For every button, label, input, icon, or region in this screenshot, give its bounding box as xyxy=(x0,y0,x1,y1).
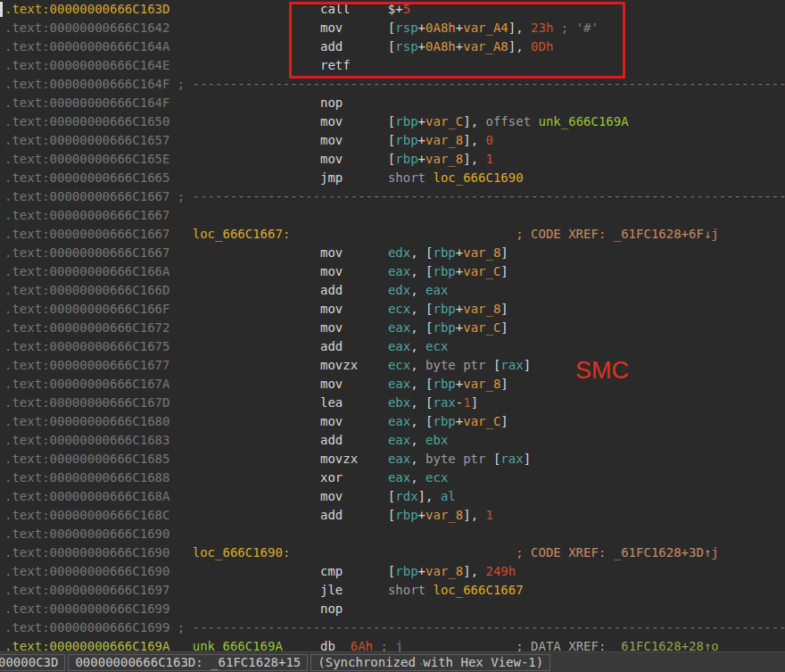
asm-token: .text:00000000666C1667 xyxy=(4,189,169,203)
asm-line[interactable]: .text:00000000666C1675 add eax, ecx xyxy=(4,337,785,356)
asm-token: + xyxy=(456,320,463,335)
asm-token: ecx xyxy=(426,470,448,485)
asm-token: .text:00000000666C1685 xyxy=(4,452,169,466)
asm-token: .text:00000000666C165E xyxy=(4,152,169,166)
asm-token: add [ xyxy=(169,508,395,522)
asm-token: .text:00000000666C164A xyxy=(4,39,169,54)
asm-line[interactable]: .text:00000000666C1683 add eax, ebx xyxy=(4,431,785,450)
asm-token: ], xyxy=(463,508,485,522)
asm-token: ; CODE XREF: _61FC1628+6F↓j xyxy=(290,227,718,241)
asm-token: .text:00000000666C1665 xyxy=(4,170,169,185)
asm-line[interactable]: .text:00000000666C1699 nop xyxy=(4,600,785,618)
asm-line[interactable]: .text:00000000666C1650 mov [rbp+var_C], … xyxy=(4,112,785,131)
asm-line[interactable]: .text:00000000666C166F mov ecx, [rbp+var… xyxy=(4,300,785,319)
asm-line[interactable]: .text:00000000666C167A mov eax, [rbp+var… xyxy=(4,375,785,394)
asm-token: ; '#' xyxy=(553,21,599,35)
asm-token xyxy=(169,227,192,241)
asm-token: 6Ah xyxy=(351,639,373,651)
asm-token: .text:00000000666C168C xyxy=(4,508,169,522)
asm-line[interactable]: .text:00000000666C163D call $+5 xyxy=(4,0,785,19)
asm-token: byte ptr xyxy=(426,358,493,372)
asm-line[interactable]: .text:00000000666C1690 xyxy=(4,525,785,543)
asm-token: 1 xyxy=(486,152,493,166)
asm-token: .text:00000000666C166F xyxy=(4,302,169,316)
asm-line[interactable]: .text:00000000666C1672 mov eax, [rbp+var… xyxy=(4,319,785,337)
asm-token: eax xyxy=(388,414,410,428)
asm-token: ] xyxy=(500,414,508,428)
asm-line[interactable]: .text:00000000666C1642 mov [rsp+0A8h+var… xyxy=(4,19,785,37)
asm-token: eax xyxy=(388,264,410,278)
asm-line[interactable]: .text:00000000666C168C add [rbp+var_8], … xyxy=(4,506,785,525)
asm-line[interactable]: .text:00000000666C1690 cmp [rbp+var_8], … xyxy=(4,562,785,581)
asm-line[interactable]: .text:00000000666C1680 mov eax, [rbp+var… xyxy=(4,412,785,431)
asm-token: ] xyxy=(500,245,508,260)
asm-line[interactable]: .text:00000000666C164F nop xyxy=(4,94,785,112)
asm-token: ], xyxy=(463,133,485,147)
asm-token: nop xyxy=(169,95,343,110)
status-file-offset: 00000C3D xyxy=(0,654,65,671)
asm-token: mov xyxy=(169,264,387,278)
asm-line[interactable]: .text:00000000666C1690 loc_666C1690: ; C… xyxy=(4,543,785,562)
asm-token: .text:00000000666C1699 xyxy=(4,620,169,635)
asm-line[interactable]: .text:00000000666C1699 ; ---------------… xyxy=(4,618,785,637)
asm-token: .text:00000000666C1667 xyxy=(4,227,169,241)
asm-token: ], xyxy=(463,114,485,129)
asm-token: ecx xyxy=(388,302,410,316)
splitter-handle[interactable]: ····· xyxy=(398,660,432,669)
asm-token: .text:00000000666C169A xyxy=(4,639,169,651)
asm-token: + xyxy=(418,21,426,35)
asm-token: rbp xyxy=(433,377,455,391)
asm-token: rbp xyxy=(395,133,417,147)
asm-line[interactable]: .text:00000000666C168A mov [rdx], al xyxy=(4,487,785,506)
asm-token: 249h xyxy=(486,564,516,578)
asm-token: ], xyxy=(463,152,485,166)
asm-line[interactable]: .text:00000000666C1667 mov edx, [rbp+var… xyxy=(4,244,785,262)
asm-token: + xyxy=(418,152,426,166)
asm-token: eax xyxy=(388,470,410,485)
asm-token: + xyxy=(456,264,463,278)
status-bar: 00000C3D 00000000666C163D: _61FC1628+15 … xyxy=(0,651,785,672)
asm-token: mov xyxy=(169,377,387,391)
asm-token: _61FC1628+28↑o xyxy=(614,639,719,651)
asm-token: ] xyxy=(471,395,478,410)
asm-line[interactable]: .text:00000000666C1665 jmp short loc_666… xyxy=(4,169,785,187)
asm-token: rsp xyxy=(395,21,417,35)
asm-token: movzx xyxy=(169,452,387,466)
asm-token: ecx xyxy=(388,358,410,372)
asm-token: ; --------------------------------------… xyxy=(169,77,785,91)
asm-line[interactable]: .text:00000000666C1657 mov [rbp+var_8], … xyxy=(4,131,785,150)
asm-line[interactable]: .text:00000000666C165E mov [rbp+var_8], … xyxy=(4,150,785,169)
asm-token: 0 xyxy=(486,133,493,147)
asm-token: rbp xyxy=(395,508,417,522)
asm-token: loc_666C1690: xyxy=(193,545,291,560)
asm-token: , xyxy=(410,470,426,485)
asm-line[interactable]: .text:00000000666C166A mov eax, [rbp+var… xyxy=(4,262,785,281)
asm-token: .text:00000000666C164F xyxy=(4,77,169,91)
disassembly-listing[interactable]: .text:00000000666C163D call $+5.text:000… xyxy=(0,0,785,651)
asm-token: edx xyxy=(388,245,410,260)
asm-line[interactable]: .text:00000000666C164E retf xyxy=(4,56,785,75)
asm-token: , [ xyxy=(410,320,433,335)
text-cursor xyxy=(0,2,3,17)
asm-line[interactable]: .text:00000000666C1697 jle short loc_666… xyxy=(4,581,785,600)
asm-line[interactable]: .text:00000000666C169A unk_666C169A db 6… xyxy=(4,637,785,651)
asm-line[interactable]: .text:00000000666C1685 movzx eax, byte p… xyxy=(4,450,785,469)
asm-line[interactable]: .text:00000000666C166D add edx, eax xyxy=(4,281,785,300)
asm-token: edx xyxy=(388,283,410,297)
asm-line[interactable]: .text:00000000666C1667 xyxy=(4,206,785,225)
asm-token: ebx xyxy=(426,433,448,447)
asm-line[interactable]: .text:00000000666C1667 ; ---------------… xyxy=(4,187,785,206)
asm-line[interactable]: .text:00000000666C1667 loc_666C1667: ; C… xyxy=(4,225,785,244)
asm-token: ], xyxy=(418,489,441,503)
asm-line[interactable]: .text:00000000666C1688 xor eax, ecx xyxy=(4,469,785,487)
asm-line[interactable]: .text:00000000666C164F ; ---------------… xyxy=(4,75,785,94)
asm-token: var_A4 xyxy=(463,21,508,35)
asm-token: + xyxy=(418,133,426,147)
asm-token: nop xyxy=(169,601,343,616)
asm-line[interactable]: .text:00000000666C164A add [rsp+0A8h+var… xyxy=(4,37,785,56)
asm-line[interactable]: .text:00000000666C1677 movzx ecx, byte p… xyxy=(4,356,785,375)
asm-token: add [ xyxy=(169,39,395,54)
asm-token: var_C xyxy=(463,264,500,278)
asm-line[interactable]: .text:00000000666C167D lea ebx, [rax-1] xyxy=(4,394,785,412)
asm-token xyxy=(169,545,192,560)
